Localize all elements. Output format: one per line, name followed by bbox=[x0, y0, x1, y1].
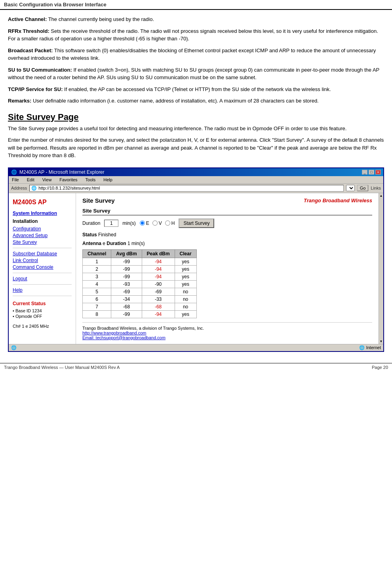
table-row: 1-99-94yes bbox=[83, 258, 197, 265]
broadcast-label: Broadcast Packet: bbox=[8, 48, 53, 53]
browser-menubar: File Edit View Favorites Tools Help bbox=[9, 176, 383, 184]
cell-avg-6: -34 bbox=[111, 295, 142, 303]
antenna-value: e bbox=[103, 241, 107, 246]
address-url[interactable]: http://10.8.1.232/sitesurvey.html bbox=[38, 186, 100, 190]
duration-label: Duration bbox=[82, 220, 100, 226]
go-button[interactable]: Go bbox=[357, 185, 369, 191]
radio-v-input[interactable] bbox=[152, 220, 158, 226]
titlebar-left: 🌐 M2400S AP - Microsoft Internet Explore… bbox=[11, 169, 105, 175]
cell-clear-3: yes bbox=[175, 273, 196, 280]
duration-result-label: Duration bbox=[107, 241, 126, 246]
cell-channel-2: 2 bbox=[83, 265, 111, 273]
duration-result-value: 1 min(s) bbox=[127, 241, 145, 246]
address-input-container[interactable]: 🌐 http://10.8.1.232/sitesurvey.html bbox=[29, 185, 343, 192]
internet-label: Internet bbox=[366, 345, 381, 350]
page-footer: Trango Broadband Wireless — User Manual … bbox=[0, 363, 392, 371]
cell-peak-4: -90 bbox=[142, 280, 175, 288]
sidebar-item-subscriber-db[interactable]: Subscriber Database bbox=[9, 251, 76, 257]
cell-clear-6: no bbox=[175, 295, 196, 303]
globe-status-icon: 🌐 bbox=[359, 345, 365, 350]
tcpip-text: If enabled, the AP can be accessed via T… bbox=[64, 86, 331, 92]
browser-window: 🌐 M2400S AP - Microsoft Internet Explore… bbox=[8, 167, 384, 352]
scroll-down-arrow[interactable]: ▼ bbox=[379, 339, 384, 344]
start-survey-button[interactable]: Start Survey bbox=[179, 218, 214, 228]
cell-avg-1: -99 bbox=[111, 258, 142, 265]
su-to-su-label: SU to SU Communication: bbox=[8, 67, 72, 73]
col-peak-dbm: Peak dBm bbox=[142, 249, 175, 258]
menu-favorites[interactable]: Favorites bbox=[58, 177, 79, 182]
minimize-button[interactable]: _ bbox=[362, 170, 367, 175]
footer-company: Trango Broadband Wireless, a division of… bbox=[82, 326, 372, 331]
para-tcpip: TCP/IP Service for SU: If enabled, the A… bbox=[8, 86, 384, 93]
active-channel-text: The channel currently being used by the … bbox=[48, 16, 154, 22]
sidebar-item-link-control[interactable]: Link Control bbox=[9, 257, 76, 264]
cell-clear-2: yes bbox=[175, 265, 196, 273]
cell-avg-5: -69 bbox=[111, 288, 142, 295]
sidebar-status-opmode: Opmode OFF bbox=[13, 314, 72, 319]
antenna-label: Antenna bbox=[82, 241, 101, 246]
menu-help[interactable]: Help bbox=[102, 177, 114, 182]
remarks-text: User definable radio information (i.e. c… bbox=[33, 98, 319, 104]
cell-peak-8: -94 bbox=[142, 310, 175, 318]
sidebar-item-advanced-setup[interactable]: Advanced Setup bbox=[9, 232, 76, 239]
panel-section-title: Site Survey bbox=[82, 208, 372, 215]
close-button[interactable]: × bbox=[375, 170, 381, 175]
links-label[interactable]: Links bbox=[371, 186, 381, 190]
menu-tools[interactable]: Tools bbox=[84, 177, 97, 182]
sidebar-item-configuration[interactable]: Configuration bbox=[9, 226, 76, 232]
sidebar-item-site-survey[interactable]: Site Survey bbox=[9, 239, 76, 245]
cell-avg-4: -93 bbox=[111, 280, 142, 288]
cell-peak-1: -94 bbox=[142, 258, 175, 265]
cell-clear-5: no bbox=[175, 288, 196, 295]
radio-v[interactable]: V bbox=[152, 220, 162, 226]
tcpip-label: TCP/IP Service for SU: bbox=[8, 86, 63, 92]
cell-avg-8: -99 bbox=[111, 310, 142, 318]
site-survey-para2-text: Enter the number of minutes desired for … bbox=[8, 137, 384, 158]
cell-avg-3: -99 bbox=[111, 273, 142, 280]
radio-e[interactable]: E bbox=[140, 220, 149, 226]
footer-links: Trango Broadband Wireless, a division of… bbox=[82, 322, 372, 340]
table-row: 5-69-69no bbox=[83, 288, 197, 295]
menu-view[interactable]: View bbox=[41, 177, 53, 182]
table-row: 6-34-33no bbox=[83, 295, 197, 303]
sidebar-divider-1 bbox=[13, 248, 72, 248]
page-header: Basic Configuration via Browser Interfac… bbox=[0, 0, 392, 10]
site-survey-para2: Enter the number of minutes desired for … bbox=[8, 136, 384, 160]
statusbar-ready: 🌐 bbox=[11, 345, 17, 350]
scrollbar[interactable]: ▲ ▼ bbox=[379, 193, 383, 344]
status-value: Finished bbox=[98, 232, 116, 238]
site-survey-para1-text: The Site Survey page provides a useful t… bbox=[8, 125, 346, 131]
sidebar-divider-3 bbox=[13, 284, 72, 285]
address-dropdown[interactable] bbox=[346, 185, 355, 191]
browser-titlebar: 🌐 M2400S AP - Microsoft Internet Explore… bbox=[9, 168, 383, 176]
para-rfrx: RFRx Threshold: Sets the receive thresho… bbox=[8, 27, 384, 43]
footer-left: Trango Broadband Wireless — User Manual … bbox=[4, 365, 120, 370]
menu-file[interactable]: File bbox=[10, 177, 21, 182]
footer-email[interactable]: Email: techsupport@trangobroadband.com bbox=[82, 335, 166, 340]
maximize-button[interactable]: □ bbox=[369, 170, 374, 175]
sidebar-item-logout[interactable]: Logout bbox=[9, 276, 76, 282]
radio-e-input[interactable] bbox=[140, 220, 145, 226]
col-clear: Clear bbox=[175, 249, 196, 258]
cell-peak-3: -94 bbox=[142, 273, 175, 280]
cell-channel-1: 1 bbox=[83, 258, 111, 265]
radio-h-input[interactable] bbox=[165, 220, 170, 226]
broadcast-text: This software switch (0) enables/disable… bbox=[8, 48, 376, 61]
sidebar-item-command-console[interactable]: Command Console bbox=[9, 264, 76, 270]
cell-channel-5: 5 bbox=[83, 288, 111, 295]
page-header-text: Basic Configuration via Browser Interfac… bbox=[4, 2, 107, 8]
menu-edit[interactable]: Edit bbox=[25, 177, 36, 182]
browser-body: M2400S AP System Information Installatio… bbox=[9, 193, 383, 344]
sidebar-item-help[interactable]: Help bbox=[9, 287, 76, 293]
titlebar-icons[interactable]: _ □ × bbox=[362, 170, 381, 175]
site-survey-para1: The Site Survey page provides a useful t… bbox=[8, 125, 384, 133]
radio-h[interactable]: H bbox=[165, 220, 175, 226]
para-remarks: Remarks: User definable radio informatio… bbox=[8, 97, 384, 105]
scroll-up-arrow[interactable]: ▲ bbox=[379, 193, 384, 198]
sidebar-item-system-information[interactable]: System Information bbox=[9, 210, 76, 217]
para-active-channel: Active Channel: The channel currently be… bbox=[8, 15, 384, 23]
cell-channel-4: 4 bbox=[83, 280, 111, 288]
sidebar-installation-label: Installation bbox=[9, 218, 76, 226]
duration-input[interactable] bbox=[104, 220, 118, 227]
footer-website[interactable]: http://www.trangobroadband.com bbox=[82, 331, 146, 335]
